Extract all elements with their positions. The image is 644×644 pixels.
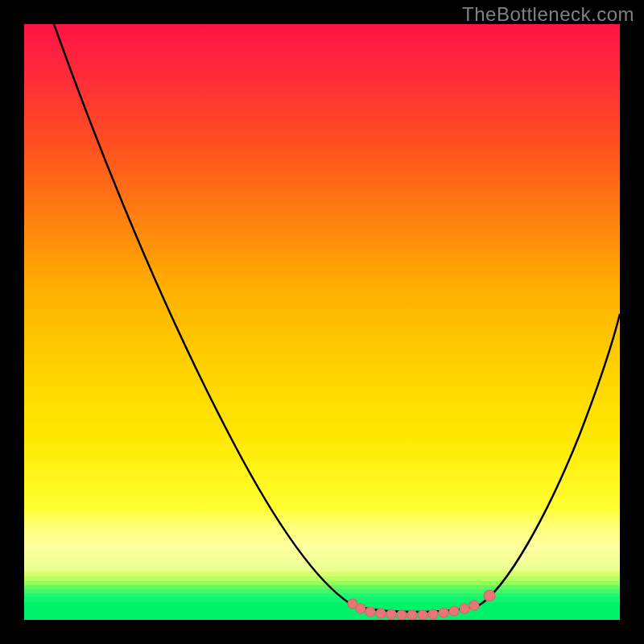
optimal-marker bbox=[386, 609, 396, 619]
optimal-marker bbox=[460, 604, 469, 613]
optimal-marker-group bbox=[348, 590, 495, 620]
curve-right-branch bbox=[479, 314, 620, 605]
optimal-marker bbox=[469, 601, 479, 610]
optimal-marker bbox=[428, 609, 438, 619]
optimal-marker bbox=[376, 609, 386, 618]
optimal-marker bbox=[449, 606, 459, 616]
optimal-marker bbox=[397, 610, 407, 620]
chart-frame: TheBottleneck.com bbox=[0, 0, 644, 644]
optimal-marker bbox=[365, 607, 375, 617]
curve-layer bbox=[24, 24, 620, 620]
optimal-marker bbox=[418, 610, 427, 620]
curve-left-branch bbox=[54, 24, 350, 604]
optimal-marker bbox=[356, 604, 365, 613]
optimal-marker bbox=[439, 608, 448, 617]
optimal-marker bbox=[484, 590, 495, 601]
plot-area bbox=[24, 24, 620, 620]
optimal-marker bbox=[407, 610, 417, 620]
watermark-text: TheBottleneck.com bbox=[462, 3, 634, 26]
